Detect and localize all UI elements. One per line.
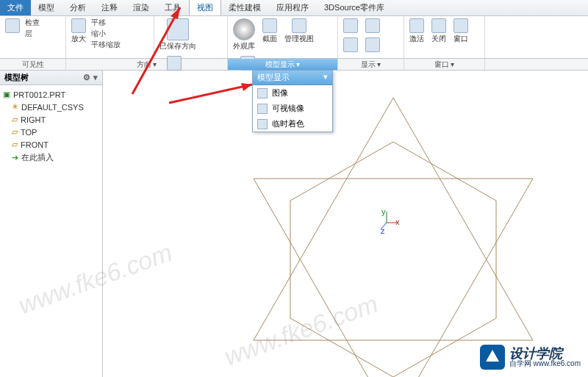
disp-c[interactable]: [341, 37, 360, 53]
menu-apps[interactable]: 应用程序: [269, 0, 317, 15]
axis-x-label: x: [395, 218, 400, 226]
image-icon: [257, 88, 268, 98]
tree-top[interactable]: ▱TOP: [1, 126, 101, 138]
zoomin-button[interactable]: 放大: [69, 18, 88, 45]
cad-drawing: [103, 87, 588, 377]
tree-csys[interactable]: ✳DEFAULT_CSYS: [1, 101, 101, 113]
menu-file[interactable]: 文件: [0, 0, 31, 15]
tree-root[interactable]: ▣PRT0012.PRT: [1, 88, 101, 101]
logo-badge-icon: [480, 345, 505, 370]
menu-analysis[interactable]: 分析: [62, 0, 94, 15]
check-label[interactable]: 检查: [25, 18, 40, 28]
annotation-arrow-2: [165, 55, 261, 107]
disp-d[interactable]: [363, 37, 382, 53]
svg-marker-7: [171, 7, 180, 19]
model-tree: ▣PRT0012.PRT ✳DEFAULT_CSYS ▱RIGHT ▱TOP ▱…: [0, 85, 102, 168]
dropdown-item-mirror[interactable]: 可视镜像: [253, 101, 332, 116]
zoomfit-label[interactable]: 缩小: [91, 29, 121, 39]
reset-button[interactable]: [3, 18, 22, 34]
axis-y-label: y: [381, 207, 386, 216]
svg-line-8: [169, 85, 252, 103]
grp-visibility: 可见性: [0, 59, 66, 70]
grp-display[interactable]: 显示 ▾: [338, 59, 404, 70]
panscale-label[interactable]: 平移缩放: [91, 40, 121, 50]
menu-3dsource[interactable]: 3DSource零件库: [317, 0, 392, 15]
dropdown-item-shade[interactable]: 临时着色: [253, 116, 332, 132]
model-display-dropdown: 模型显示 图像 可视镜像 临时着色: [252, 70, 333, 132]
dropdown-header[interactable]: 模型显示: [253, 71, 332, 85]
logo-subtitle: 自学网 www.fke6.com: [509, 360, 581, 367]
tree-tools[interactable]: ⚙▾: [80, 73, 98, 82]
menu-annotate[interactable]: 注释: [94, 0, 126, 15]
graphics-canvas[interactable]: x y z: [103, 71, 588, 377]
sidebar: 模型树 ⚙▾ ▣PRT0012.PRT ✳DEFAULT_CSYS ▱RIGHT…: [0, 71, 103, 377]
tree-front[interactable]: ▱FRONT: [1, 138, 101, 151]
axis-z-label: z: [381, 226, 385, 235]
dropdown-item-image[interactable]: 图像: [253, 85, 332, 101]
pan-label[interactable]: 平移: [91, 18, 121, 28]
menu-bar: 文件 模型 分析 注释 渲染 工具 视图 柔性建模 应用程序 3DSource零…: [0, 0, 588, 16]
tree-right[interactable]: ▱RIGHT: [1, 113, 101, 126]
mirror-icon: [257, 104, 268, 114]
shade-icon: [257, 119, 268, 129]
layer-label[interactable]: 层: [25, 29, 40, 39]
ribbon-group-labels: 可见性 方向 ▾ 模型显示 ▾ 显示 ▾ 窗口 ▾: [0, 59, 588, 71]
brand-logo: 设计学院 自学网 www.fke6.com: [480, 345, 581, 370]
menu-model[interactable]: 模型: [31, 0, 62, 15]
svg-marker-2: [290, 142, 496, 377]
close-button[interactable]: 关闭: [429, 18, 448, 45]
logo-title: 设计学院: [509, 347, 581, 360]
model-tree-title: 模型树: [4, 72, 29, 83]
ribbon: 检查 层 放大 平移 缩小 平移缩放 已保存方向 标准方向 外观库 截面 管理视…: [0, 16, 588, 59]
disp-a[interactable]: [341, 18, 360, 34]
grp-window[interactable]: 窗口 ▾: [404, 59, 485, 70]
tree-insert[interactable]: ➔在此插入: [1, 151, 101, 165]
disp-b[interactable]: [363, 18, 382, 34]
manage-views-button[interactable]: 管理视图: [282, 18, 316, 45]
sidebar-header: 模型树 ⚙▾: [0, 71, 102, 85]
activate-button[interactable]: 激活: [407, 18, 426, 45]
window-button[interactable]: 窗口: [451, 18, 470, 45]
